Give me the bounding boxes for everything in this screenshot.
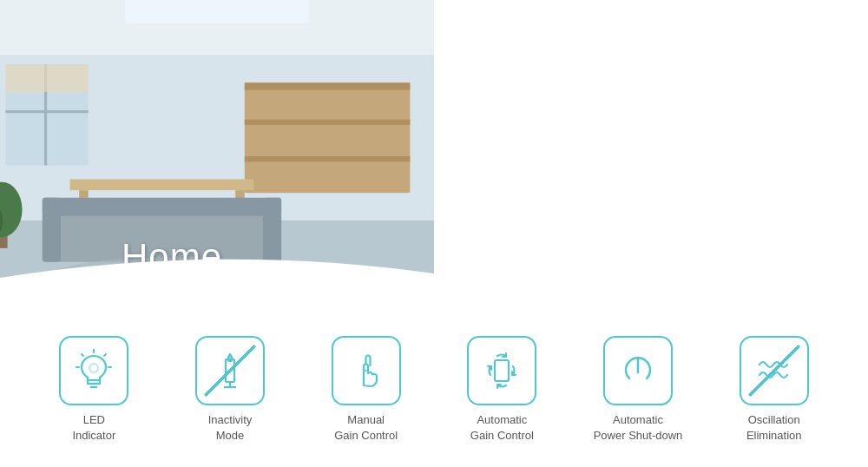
features-section: LED Indicator Inactivity Mode: [0, 312, 868, 467]
automatic-gain-control-icon-box: [467, 336, 536, 405]
auto-power-shutdown-label: Automatic Power Shut-down: [594, 412, 683, 444]
svg-rect-11: [70, 179, 254, 190]
manual-gain-control-icon-box: [332, 336, 401, 405]
candle-icon: [208, 349, 252, 392]
svg-rect-5: [5, 110, 88, 113]
hand-icon: [345, 349, 388, 392]
feature-oscillation-elimination: Oscillation Elimination: [706, 336, 842, 444]
feature-manual-gain-control: Manual Gain Control: [298, 336, 434, 444]
svg-line-50: [104, 354, 106, 356]
wave-separator: [0, 243, 868, 312]
inactivity-mode-icon-box: [195, 336, 265, 405]
svg-rect-15: [43, 198, 281, 216]
automatic-gain-control-label: Automatic Gain Control: [470, 412, 534, 444]
svg-rect-7: [245, 82, 411, 193]
feature-auto-power-shutdown: Automatic Power Shut-down: [570, 336, 707, 444]
top-section: Home: [0, 0, 868, 312]
svg-rect-22: [125, 0, 309, 23]
wave-icon: [753, 349, 796, 392]
feature-automatic-gain-control: Automatic Gain Control: [434, 336, 570, 444]
svg-point-54: [89, 364, 98, 372]
manual-gain-control-label: Manual Gain Control: [334, 412, 398, 444]
auto-power-shutdown-icon-box: [603, 336, 673, 405]
oscillation-elimination-label: Oscillation Elimination: [746, 412, 802, 444]
oscillation-elimination-icon-box: [740, 336, 809, 405]
bulb-icon: [72, 349, 115, 392]
power-icon: [616, 349, 660, 392]
svg-rect-8: [245, 82, 411, 89]
svg-rect-55: [226, 359, 234, 382]
svg-line-51: [82, 354, 83, 356]
led-indicator-icon-box: [59, 336, 128, 405]
svg-rect-9: [245, 120, 411, 125]
sync-icon: [480, 349, 523, 392]
inactivity-mode-label: Inactivity Mode: [208, 412, 253, 444]
svg-rect-61: [495, 360, 509, 381]
svg-rect-6: [5, 64, 88, 92]
feature-inactivity-mode: Inactivity Mode: [162, 336, 299, 444]
led-indicator-label: LED Indicator: [72, 412, 115, 444]
svg-rect-10: [245, 156, 411, 161]
feature-led-indicator: LED Indicator: [26, 336, 162, 444]
